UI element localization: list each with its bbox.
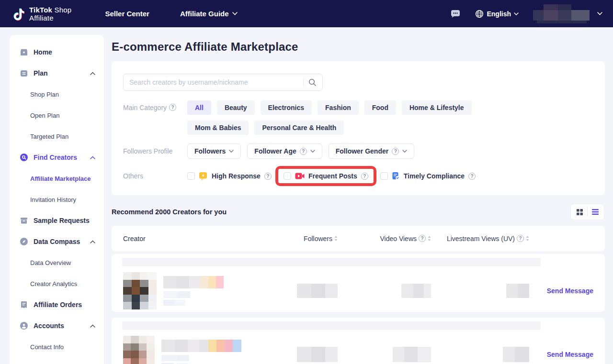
brand-affiliate: Affiliate — [29, 14, 71, 22]
category-chip-food[interactable]: Food — [364, 100, 396, 115]
chevron-down-icon — [514, 12, 519, 15]
blurred-content-strip — [122, 258, 541, 266]
sidebar-item-shop-plan[interactable]: Shop Plan — [10, 84, 104, 105]
followers-profile-label-text: Followers Profile — [123, 147, 172, 155]
column-followers[interactable]: Followers — [251, 235, 338, 243]
follower-age-dropdown[interactable]: Follower Age ? — [247, 143, 322, 159]
creator-search[interactable] — [123, 74, 323, 91]
video-views-value-blurred — [338, 347, 431, 362]
brand-logo[interactable]: TikTok Shop Affiliate — [12, 6, 71, 22]
followers-profile-row: Followers Profile Followers Follower Age… — [123, 143, 593, 159]
creator-cell[interactable] — [123, 272, 251, 309]
sidebar-item-label: Targeted Plan — [30, 133, 68, 140]
category-chip-home-lifestyle[interactable]: Home & Lifestyle — [402, 100, 472, 115]
chevron-down-icon — [402, 150, 407, 153]
lightning-chat-icon — [199, 172, 208, 180]
blurred-avatar — [123, 336, 155, 364]
category-chip-electronics[interactable]: Electronics — [261, 100, 312, 115]
help-icon[interactable]: ? — [419, 235, 426, 242]
sort-icon[interactable] — [334, 236, 338, 241]
followers-dropdown[interactable]: Followers — [187, 143, 241, 159]
send-message-link[interactable]: Send Message — [547, 287, 593, 295]
sidebar-item-data-overview[interactable]: Data Overview — [10, 252, 104, 273]
dropdown-label: Follower Age — [254, 147, 296, 155]
creator-row: Send Message — [112, 318, 605, 364]
home-icon — [20, 48, 28, 56]
nav-seller-center[interactable]: Seller Center — [105, 10, 149, 18]
sidebar-item-label: Contact Info — [30, 343, 64, 351]
help-icon[interactable]: ? — [361, 173, 368, 180]
plan-icon — [20, 69, 28, 77]
sidebar-item-sample-requests[interactable]: Sample Requests — [10, 210, 104, 231]
creator-cell[interactable] — [123, 336, 251, 364]
chevron-up-icon — [90, 240, 95, 243]
chat-icon[interactable] — [450, 9, 461, 19]
find-creators-icon — [20, 153, 28, 162]
sidebar-item-contact-info[interactable]: Contact Info — [10, 336, 104, 357]
nav-links: Seller Center Affiliate Guide — [105, 10, 237, 18]
language-label: English — [487, 10, 511, 18]
brand-shop: Shop — [55, 6, 72, 14]
help-icon[interactable]: ? — [468, 173, 476, 180]
sidebar-item-label: Find Creators — [34, 154, 77, 161]
timely-compliance-checkbox[interactable] — [380, 172, 388, 180]
sidebar-item-plan[interactable]: Plan — [10, 63, 104, 84]
sidebar-item-affiliate-orders[interactable]: Affiliate Orders — [10, 294, 104, 315]
help-icon[interactable]: ? — [169, 104, 176, 111]
affiliate-orders-icon — [20, 300, 28, 309]
followers-value-blurred — [251, 347, 338, 362]
sort-icon[interactable] — [428, 236, 431, 241]
sidebar-item-label: Sample Requests — [34, 217, 90, 224]
nav-affiliate-guide[interactable]: Affiliate Guide — [180, 10, 238, 18]
grid-view-icon — [576, 209, 583, 216]
category-chip-personal-care[interactable]: Personal Care & Health — [254, 121, 344, 135]
category-chip-mom-babies[interactable]: Mom & Babies — [187, 121, 249, 135]
account-menu[interactable] — [533, 4, 602, 23]
language-selector[interactable]: English — [475, 10, 519, 18]
sidebar-item-invitation-history[interactable]: Invitation History — [10, 189, 104, 210]
sidebar-item-accounts[interactable]: Accounts — [10, 315, 104, 336]
chevron-up-icon — [90, 72, 95, 75]
grid-view-button[interactable] — [572, 206, 587, 218]
sidebar-item-affiliate-marketplace[interactable]: Affiliate Marketplace — [10, 168, 104, 189]
list-view-button[interactable] — [588, 206, 602, 218]
document-check-icon — [392, 172, 400, 180]
sidebar-item-targeted-plan[interactable]: Targeted Plan — [10, 126, 104, 147]
globe-icon — [475, 10, 484, 18]
help-icon[interactable]: ? — [264, 173, 272, 180]
followers-value-blurred — [251, 284, 338, 298]
column-video-views[interactable]: Video Views ? — [338, 235, 431, 243]
account-blurred — [533, 4, 594, 23]
sidebar-item-data-compass[interactable]: Data Compass — [10, 231, 104, 252]
category-chip-beauty[interactable]: Beauty — [217, 100, 255, 115]
sidebar-item-label: Data Compass — [34, 238, 80, 245]
search-icon[interactable] — [308, 78, 317, 87]
table-header: Creator Followers Video Views ? Livestre… — [112, 226, 605, 251]
high-response-option: High Response ? — [187, 172, 272, 180]
sidebar-item-creator-analytics[interactable]: Creator Analytics — [10, 273, 104, 294]
high-response-checkbox[interactable] — [187, 172, 195, 180]
follower-gender-dropdown[interactable]: Follower Gender ? — [329, 143, 414, 159]
column-livestream-views[interactable]: Livestream Views (UV) ? — [431, 235, 529, 243]
sidebar-item-home[interactable]: Home — [10, 42, 104, 63]
help-icon[interactable]: ? — [392, 148, 399, 155]
sort-icon[interactable] — [526, 236, 529, 241]
send-message-link[interactable]: Send Message — [547, 351, 593, 358]
video-views-value-blurred — [338, 284, 431, 298]
frequent-posts-checkbox[interactable] — [284, 172, 291, 180]
sidebar-item-find-creators[interactable]: Find Creators — [10, 147, 104, 168]
category-chip-all[interactable]: All — [187, 100, 211, 115]
blurred-creator-info — [161, 336, 251, 364]
category-chips: All Beauty Electronics Fashion Food Home… — [187, 100, 532, 135]
sidebar: Home Plan Shop Plan Open Plan Targeted P… — [10, 35, 104, 364]
help-icon[interactable]: ? — [517, 235, 524, 242]
search-input[interactable] — [129, 78, 300, 86]
category-chip-fashion[interactable]: Fashion — [318, 100, 359, 115]
dropdown-label: Followers — [194, 147, 226, 155]
help-icon[interactable]: ? — [300, 148, 307, 155]
chevron-up-icon — [90, 156, 95, 159]
recommend-count-text: Recommend 2000 Creators for you — [112, 208, 227, 216]
search-divider — [303, 78, 304, 86]
high-response-label: High Response — [212, 172, 261, 180]
sidebar-item-open-plan[interactable]: Open Plan — [10, 105, 104, 126]
